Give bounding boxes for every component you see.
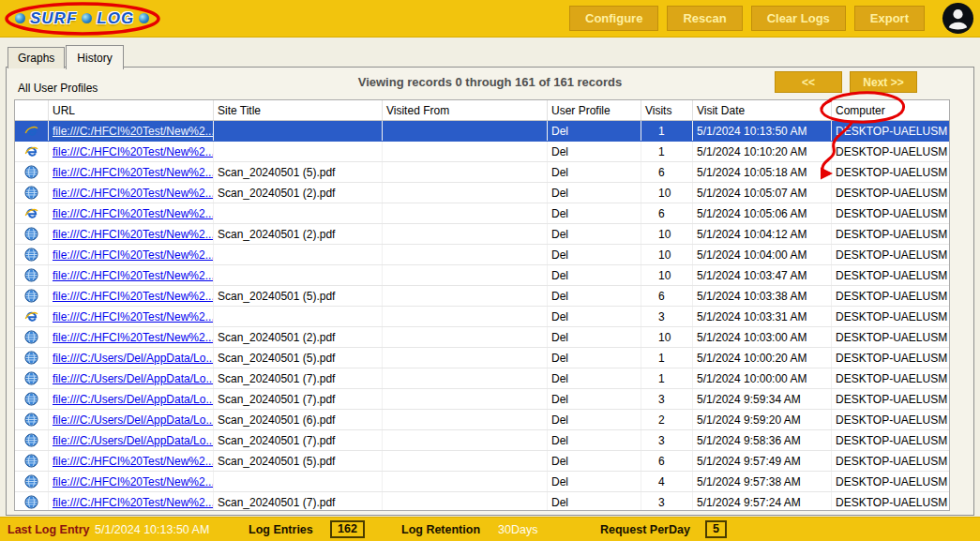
visits-cell: 6	[641, 451, 693, 471]
visit-date-cell: 5/1/2024 10:05:18 AM	[693, 162, 832, 182]
url-link[interactable]: file:///C:/Users/Del/AppData/Lo...	[53, 372, 214, 385]
url-cell: file:///C:/Users/Del/AppData/Lo...	[49, 389, 214, 409]
ie-icon	[15, 307, 49, 326]
clear-logs-button[interactable]: Clear Logs	[751, 6, 846, 31]
table-row[interactable]: file:///C:/HFCI%20Test/New%2...Scan_2024…	[15, 224, 949, 245]
pager: << Next >>	[775, 71, 917, 93]
globe-icon	[15, 389, 49, 409]
table-row[interactable]: file:///C:/HFCI%20Test/New%2...Del105/1/…	[15, 265, 949, 286]
tab-graphs[interactable]: Graphs	[8, 47, 65, 68]
ie-icon	[15, 142, 49, 161]
next-page-button[interactable]: Next >>	[850, 71, 917, 93]
prev-page-button[interactable]: <<	[775, 71, 842, 93]
url-link[interactable]: file:///C:/HFCI%20Test/New%2...	[53, 207, 214, 220]
table-row[interactable]: file:///C:/HFCI%20Test/New%2...Del15/1/2…	[15, 121, 949, 142]
grid-header: URLSite TitleVisited FromUser ProfileVis…	[15, 100, 949, 121]
visit-date-cell: 5/1/2024 9:57:49 AM	[693, 451, 832, 471]
table-row[interactable]: file:///C:/Users/Del/AppData/Lo...Scan_2…	[15, 410, 949, 430]
globe-ball-icon	[15, 13, 25, 23]
table-row[interactable]: file:///C:/HFCI%20Test/New%2...Del65/1/2…	[15, 203, 949, 224]
url-cell: file:///C:/HFCI%20Test/New%2...	[49, 307, 214, 326]
visit-date-cell: 5/1/2024 10:05:07 AM	[693, 183, 832, 203]
user-profile-cell: Del	[548, 389, 641, 409]
url-link[interactable]: file:///C:/HFCI%20Test/New%2...	[53, 290, 214, 303]
computer-cell: DESKTOP-UAELUSM	[832, 430, 949, 450]
table-row[interactable]: file:///C:/HFCI%20Test/New%2...Scan_2024…	[15, 451, 949, 472]
table-row[interactable]: file:///C:/Users/Del/AppData/Lo...Scan_2…	[15, 348, 949, 368]
url-link[interactable]: file:///C:/HFCI%20Test/New%2...	[53, 455, 214, 468]
visits-cell: 1	[641, 368, 693, 388]
computer-cell: DESKTOP-UAELUSM	[832, 307, 949, 326]
table-row[interactable]: file:///C:/HFCI%20Test/New%2...Del105/1/…	[15, 245, 949, 265]
url-link[interactable]: file:///C:/HFCI%20Test/New%2...	[53, 166, 214, 179]
column-header-url[interactable]: URL	[49, 100, 214, 120]
table-row[interactable]: file:///C:/HFCI%20Test/New%2...Scan_2024…	[15, 492, 949, 510]
table-row[interactable]: file:///C:/HFCI%20Test/New%2...Scan_2024…	[15, 183, 949, 203]
site-title-cell: Scan_20240501 (7).pdf	[214, 492, 383, 510]
url-link[interactable]: file:///C:/HFCI%20Test/New%2...	[53, 475, 214, 488]
table-row[interactable]: file:///C:/HFCI%20Test/New%2...Del35/1/2…	[15, 307, 949, 327]
globe-ball-icon	[82, 13, 92, 23]
url-link[interactable]: file:///C:/HFCI%20Test/New%2...	[53, 248, 214, 262]
site-title-cell	[214, 203, 383, 223]
column-header-computer[interactable]: Computer	[832, 100, 949, 120]
column-header-icon[interactable]	[15, 100, 49, 120]
table-row[interactable]: file:///C:/HFCI%20Test/New%2...Del45/1/2…	[15, 472, 949, 492]
url-link[interactable]: file:///C:/Users/Del/AppData/Lo...	[53, 413, 214, 427]
visit-date-cell: 5/1/2024 9:59:20 AM	[693, 410, 832, 429]
configure-button[interactable]: Configure	[569, 6, 658, 31]
rescan-button[interactable]: Rescan	[667, 6, 742, 31]
table-row[interactable]: file:///C:/HFCI%20Test/New%2...Scan_2024…	[15, 162, 949, 183]
site-title-cell	[214, 121, 383, 141]
globe-icon	[15, 451, 49, 471]
column-header-visits[interactable]: Visits	[641, 100, 693, 120]
table-row[interactable]: file:///C:/Users/Del/AppData/Lo...Scan_2…	[15, 389, 949, 410]
visit-date-cell: 5/1/2024 10:03:31 AM	[693, 307, 832, 326]
column-header-user-profile[interactable]: User Profile	[548, 100, 641, 120]
computer-cell: DESKTOP-UAELUSM	[832, 265, 949, 285]
user-profile-cell: Del	[548, 286, 641, 306]
tab-history[interactable]: History	[66, 45, 123, 69]
column-header-visit-date[interactable]: Visit Date	[693, 100, 832, 120]
user-profile-cell: Del	[548, 368, 641, 388]
url-link[interactable]: file:///C:/Users/Del/AppData/Lo...	[53, 434, 214, 447]
url-link[interactable]: file:///C:/HFCI%20Test/New%2...	[53, 269, 214, 282]
app-logo: SURF LOG	[15, 9, 149, 28]
visited-from-cell	[383, 389, 548, 409]
visit-date-cell: 5/1/2024 10:03:38 AM	[693, 286, 832, 306]
url-link[interactable]: file:///C:/HFCI%20Test/New%2...	[53, 125, 214, 138]
url-link[interactable]: file:///C:/HFCI%20Test/New%2...	[53, 496, 214, 509]
user-profile-cell: Del	[548, 410, 641, 429]
url-link[interactable]: file:///C:/Users/Del/AppData/Lo...	[53, 352, 214, 365]
user-avatar-icon[interactable]	[942, 2, 974, 35]
site-title-cell: Scan_20240501 (7).pdf	[214, 368, 383, 388]
url-link[interactable]: file:///C:/HFCI%20Test/New%2...	[53, 187, 214, 200]
table-row[interactable]: file:///C:/Users/Del/AppData/Lo...Scan_2…	[15, 368, 949, 389]
table-row[interactable]: file:///C:/Users/Del/AppData/Lo...Scan_2…	[15, 430, 949, 451]
toolbar-buttons: Configure Rescan Clear Logs Export	[569, 6, 925, 31]
visit-date-cell: 5/1/2024 10:10:20 AM	[693, 142, 832, 161]
last-log-entry-value: 5/1/2024 10:13:50 AM	[95, 518, 209, 541]
url-link[interactable]: file:///C:/Users/Del/AppData/Lo...	[53, 393, 214, 406]
url-link[interactable]: file:///C:/HFCI%20Test/New%2...	[53, 310, 214, 323]
site-title-cell	[214, 265, 383, 285]
url-link[interactable]: file:///C:/HFCI%20Test/New%2...	[53, 145, 214, 158]
export-button[interactable]: Export	[854, 6, 925, 31]
table-row[interactable]: file:///C:/HFCI%20Test/New%2...Scan_2024…	[15, 286, 949, 307]
visited-from-cell	[383, 492, 548, 510]
url-cell: file:///C:/HFCI%20Test/New%2...	[49, 451, 214, 471]
table-row[interactable]: file:///C:/HFCI%20Test/New%2...Scan_2024…	[15, 327, 949, 348]
column-header-visited-from[interactable]: Visited From	[383, 100, 548, 120]
computer-cell: DESKTOP-UAELUSM	[832, 121, 949, 141]
url-link[interactable]: file:///C:/HFCI%20Test/New%2...	[53, 228, 214, 241]
globe-icon	[15, 245, 49, 264]
visits-cell: 1	[641, 142, 693, 161]
column-header-site-title[interactable]: Site Title	[214, 100, 383, 120]
table-row[interactable]: file:///C:/HFCI%20Test/New%2...Del15/1/2…	[15, 142, 949, 162]
visited-from-cell	[383, 162, 548, 182]
user-profile-cell: Del	[548, 142, 641, 161]
site-title-cell: Scan_20240501 (7).pdf	[214, 389, 383, 409]
url-link[interactable]: file:///C:/HFCI%20Test/New%2...	[53, 331, 214, 344]
url-cell: file:///C:/HFCI%20Test/New%2...	[49, 286, 214, 306]
ie-icon	[15, 203, 49, 223]
